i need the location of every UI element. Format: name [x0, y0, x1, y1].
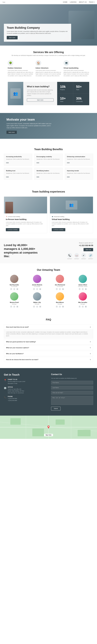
what-container: 👥 What is team building? Lorem ipsum dol… [8, 82, 89, 105]
social-tw-3[interactable]: t [82, 288, 84, 290]
loved-cta-button[interactable]: Start now [83, 248, 93, 251]
faq-q4-text: How do we choose the best event for our … [6, 359, 38, 360]
social-tw-2[interactable]: t [59, 288, 61, 290]
what-cta-button[interactable]: learn more [27, 98, 54, 102]
benefit-trust-more[interactable]: more [6, 176, 9, 178]
team-socials-6: f t in [50, 306, 70, 308]
social-in-7[interactable]: in [85, 306, 87, 308]
contact-office-text: OFFICE Check our main office info:Empire… [8, 386, 24, 394]
social-in-5[interactable]: in [39, 306, 41, 308]
benefit-creativity-more[interactable]: more [37, 162, 39, 163]
benefit-morale-title: Improving morale [67, 170, 91, 172]
social-in-4[interactable]: in [16, 306, 19, 308]
benefit-communication-more[interactable]: more [67, 162, 70, 163]
team-socials-7: f t in [72, 306, 93, 308]
faq-q2-text: What are your insurance options? [6, 347, 29, 348]
exp-virtual-cta[interactable]: In-Person Activities [52, 228, 65, 231]
social-tw-5[interactable]: t [36, 306, 38, 308]
team-name-3: James Oliver [72, 284, 93, 286]
social-fb-6[interactable]: f [56, 306, 58, 308]
faq-question-2[interactable]: What are your insurance options? ∨ [4, 345, 93, 350]
team-role-4: Manager [4, 304, 25, 305]
hero-cta-button[interactable]: learn more [7, 36, 18, 40]
faq-title: FAQ [4, 318, 93, 321]
social-fb-1[interactable]: f [33, 288, 35, 290]
faq-chevron-0: ∧ [90, 326, 91, 328]
benefit-leaders-more[interactable]: more [37, 176, 39, 178]
hero-title: Team Building Company [7, 26, 68, 30]
faq-chevron-4: ∨ [90, 359, 91, 360]
contact-info-2: 📞 PHONE +1(234) 566-8899+1(234) 566-8899 [4, 396, 46, 402]
team-name-6: Bob Wilson [50, 302, 70, 303]
svg-rect-7 [32, 428, 44, 436]
faq-question-4[interactable]: How do we choose the best event for our … [4, 357, 93, 362]
team-name-0: Nat Reynolds [4, 284, 25, 286]
experiences-section: Team building experiences 📍 In-Person te… [0, 185, 97, 238]
social-tw-0[interactable]: t [13, 288, 15, 290]
exp-inperson-cta[interactable]: In-Person Activities [6, 228, 19, 231]
contact-left: Get in Touch 📍 CHART TO US Use this widg… [4, 373, 46, 410]
what-image: 👥 [8, 82, 23, 105]
benefit-leaders-title: Identifying leaders [37, 170, 60, 172]
stat-community-num: 30k [76, 96, 86, 100]
social-fb-4[interactable]: f [10, 306, 12, 308]
motivate-cta-button[interactable]: learn more [7, 131, 17, 134]
nav-landing[interactable]: LANDING [70, 1, 76, 3]
team-socials-1: f t in [27, 288, 48, 290]
contact-right: Contact Us You can reach us anytime via … [51, 373, 93, 410]
motivate-content: Motivate your team Lorem ipsum dolor sit… [0, 118, 58, 134]
map-label: New York [44, 434, 53, 436]
social-in-1[interactable]: in [39, 288, 41, 290]
stat-projects-num: 10k [60, 85, 70, 89]
social-tw-1[interactable]: t [36, 288, 38, 290]
social-fb-7[interactable]: f [78, 306, 81, 308]
social-fb-0[interactable]: f [10, 288, 12, 290]
contact-message[interactable] [51, 396, 93, 405]
nav-about[interactable]: ABOUT US [79, 1, 87, 3]
contact-icon-2-circle: 📖 [74, 253, 79, 258]
faq-question-3[interactable]: Who are your facilitators? ∨ [4, 351, 93, 356]
team-member-3: James Oliver Associate, Partner f t in [72, 275, 93, 290]
benefit-creativity-desc: Sample text. Click to select the Text El… [37, 158, 60, 160]
virtual-desc: Lorem ipsum dolor sit amet consectetur a… [63, 70, 89, 77]
social-tw-6[interactable]: t [59, 306, 61, 308]
contact-icon-1-circle: 📞 [67, 253, 72, 258]
contact-last-name[interactable] [51, 386, 93, 390]
what-description: Lorem ipsum dolor sit amet consectetur a… [27, 89, 54, 96]
social-fb-5[interactable]: f [33, 306, 35, 308]
service-indoor: 🏠 Indoor Adventure Lorem ipsum dolor sit… [36, 60, 61, 77]
indoor-icon: 🏠 [36, 60, 41, 66]
social-fb-2[interactable]: f [56, 288, 58, 290]
benefit-leaders: Identifying leaders Sample text. Click t… [34, 168, 63, 180]
outdoor-title: Outdoor Adventure [8, 67, 34, 69]
faq-answer-0: Lorem ipsum dolor sit amet, consectetur … [4, 330, 93, 338]
social-in-0[interactable]: in [16, 288, 19, 290]
faq-q1-text: What are good questions for team buildin… [6, 341, 36, 342]
social-fb-3[interactable]: f [78, 288, 81, 290]
contact-email[interactable] [51, 391, 93, 394]
faq-a0-text: Lorem ipsum dolor sit amet, consectetur … [6, 332, 88, 336]
contact-phone-label: PHONE [8, 396, 17, 397]
faq-item-3: Who are your facilitators? ∨ [4, 351, 93, 356]
faq-q0-text: How much lead time do we need? [6, 326, 29, 328]
motivate-title: Motivate your team [7, 118, 52, 121]
social-tw-7[interactable]: t [82, 306, 84, 308]
benefits-section: Team Building Benefits Increasing produc… [0, 143, 97, 185]
social-tw-4[interactable]: t [13, 306, 15, 308]
contact-first-name[interactable] [51, 381, 93, 384]
location-icon: 📍 [6, 216, 7, 217]
nav-home[interactable]: HOME [63, 1, 67, 3]
social-in-6[interactable]: in [62, 306, 64, 308]
benefit-productivity-more[interactable]: more [6, 162, 9, 163]
benefit-morale-desc: Sample text. Click to select the Text El… [67, 172, 91, 174]
faq-question-0[interactable]: How much lead time do we need? ∧ [4, 324, 93, 330]
social-in-3[interactable]: in [85, 288, 87, 290]
contact-title: Get in Touch [4, 373, 46, 376]
benefit-morale-more[interactable]: more [67, 176, 70, 178]
social-in-2[interactable]: in [62, 288, 64, 290]
contact-submit-button[interactable]: Submit [51, 407, 60, 410]
stat-team: 50+ Team [73, 82, 89, 94]
nav-page4[interactable]: PAGE 4 [89, 1, 94, 3]
faq-question-1[interactable]: What are good questions for team buildin… [4, 339, 93, 344]
faq-item-2: What are your insurance options? ∨ [4, 345, 93, 350]
